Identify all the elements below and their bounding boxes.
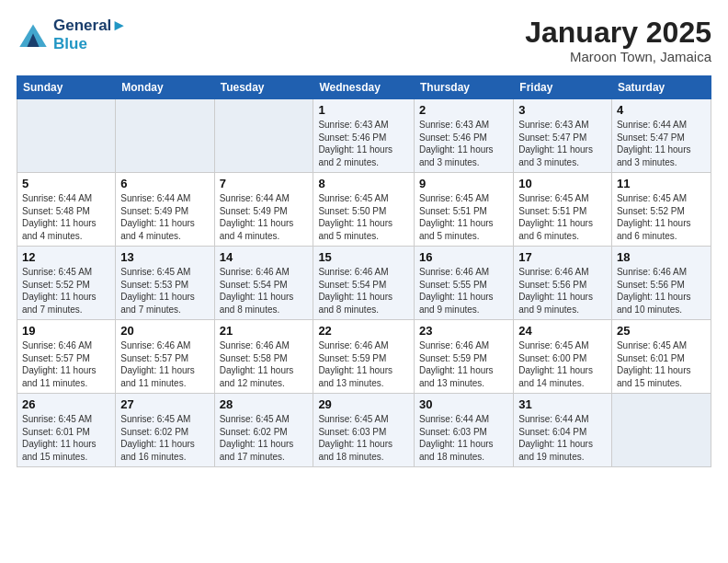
calendar-week-row: 19Sunrise: 6:46 AM Sunset: 5:57 PM Dayli… xyxy=(17,320,711,394)
calendar-cell xyxy=(611,394,711,467)
calendar-cell: 22Sunrise: 6:46 AM Sunset: 5:59 PM Dayli… xyxy=(313,320,415,394)
day-info: Sunrise: 6:45 AM Sunset: 6:03 PM Dayligh… xyxy=(318,413,409,463)
day-number: 6 xyxy=(120,177,209,190)
calendar-cell: 3Sunrise: 6:43 AM Sunset: 5:47 PM Daylig… xyxy=(514,99,612,173)
day-number: 26 xyxy=(22,397,110,411)
calendar-cell xyxy=(116,99,214,173)
weekday-header-tuesday: Tuesday xyxy=(214,76,313,99)
day-number: 17 xyxy=(518,250,607,264)
title-area: January 2025 Maroon Town, Jamaica xyxy=(525,17,711,64)
day-info: Sunrise: 6:46 AM Sunset: 5:59 PM Dayligh… xyxy=(419,339,508,389)
calendar-cell: 26Sunrise: 6:45 AM Sunset: 6:01 PM Dayli… xyxy=(17,394,116,467)
calendar-cell xyxy=(214,99,313,173)
calendar-week-row: 5Sunrise: 6:44 AM Sunset: 5:48 PM Daylig… xyxy=(17,173,711,247)
day-info: Sunrise: 6:45 AM Sunset: 5:52 PM Dayligh… xyxy=(617,192,706,242)
day-info: Sunrise: 6:44 AM Sunset: 5:47 PM Dayligh… xyxy=(617,119,706,168)
calendar-cell: 30Sunrise: 6:44 AM Sunset: 6:03 PM Dayli… xyxy=(414,394,513,467)
day-info: Sunrise: 6:46 AM Sunset: 5:57 PM Dayligh… xyxy=(22,339,110,389)
calendar-cell: 2Sunrise: 6:43 AM Sunset: 5:46 PM Daylig… xyxy=(414,99,513,173)
day-info: Sunrise: 6:46 AM Sunset: 5:56 PM Dayligh… xyxy=(617,266,706,316)
day-number: 28 xyxy=(220,397,309,411)
day-info: Sunrise: 6:44 AM Sunset: 6:04 PM Dayligh… xyxy=(518,413,607,463)
day-info: Sunrise: 6:44 AM Sunset: 5:49 PM Dayligh… xyxy=(120,192,209,242)
weekday-header-saturday: Saturday xyxy=(611,76,711,99)
calendar-cell: 15Sunrise: 6:46 AM Sunset: 5:54 PM Dayli… xyxy=(313,247,415,320)
day-number: 12 xyxy=(22,250,110,264)
calendar-week-row: 12Sunrise: 6:45 AM Sunset: 5:52 PM Dayli… xyxy=(17,247,711,320)
calendar-cell: 14Sunrise: 6:46 AM Sunset: 5:54 PM Dayli… xyxy=(214,247,313,320)
page: General► Blue January 2025 Maroon Town, … xyxy=(0,0,728,563)
calendar-table: SundayMondayTuesdayWednesdayThursdayFrid… xyxy=(17,75,711,467)
calendar-cell: 24Sunrise: 6:45 AM Sunset: 6:00 PM Dayli… xyxy=(514,320,612,394)
day-number: 8 xyxy=(318,177,409,190)
calendar-cell: 12Sunrise: 6:45 AM Sunset: 5:52 PM Dayli… xyxy=(17,247,116,320)
calendar-cell: 17Sunrise: 6:46 AM Sunset: 5:56 PM Dayli… xyxy=(514,247,612,320)
logo-text: General► Blue xyxy=(53,17,127,52)
weekday-header-monday: Monday xyxy=(116,76,214,99)
day-info: Sunrise: 6:45 AM Sunset: 6:02 PM Dayligh… xyxy=(220,413,309,463)
calendar-cell: 19Sunrise: 6:46 AM Sunset: 5:57 PM Dayli… xyxy=(17,320,116,394)
calendar-cell: 4Sunrise: 6:44 AM Sunset: 5:47 PM Daylig… xyxy=(611,99,711,173)
calendar-cell: 18Sunrise: 6:46 AM Sunset: 5:56 PM Dayli… xyxy=(611,247,711,320)
day-number: 23 xyxy=(419,324,508,338)
calendar-cell: 13Sunrise: 6:45 AM Sunset: 5:53 PM Dayli… xyxy=(116,247,214,320)
calendar-cell: 16Sunrise: 6:46 AM Sunset: 5:55 PM Dayli… xyxy=(414,247,513,320)
day-info: Sunrise: 6:43 AM Sunset: 5:47 PM Dayligh… xyxy=(518,119,607,168)
location: Maroon Town, Jamaica xyxy=(525,49,711,64)
day-info: Sunrise: 6:45 AM Sunset: 5:52 PM Dayligh… xyxy=(22,266,110,316)
day-info: Sunrise: 6:44 AM Sunset: 5:48 PM Dayligh… xyxy=(22,192,110,242)
day-info: Sunrise: 6:45 AM Sunset: 6:01 PM Dayligh… xyxy=(22,413,110,463)
day-info: Sunrise: 6:46 AM Sunset: 5:54 PM Dayligh… xyxy=(220,266,309,316)
day-number: 13 xyxy=(120,250,209,264)
day-number: 21 xyxy=(220,324,309,338)
day-info: Sunrise: 6:45 AM Sunset: 5:51 PM Dayligh… xyxy=(518,192,607,242)
day-number: 11 xyxy=(617,177,706,190)
calendar-cell: 20Sunrise: 6:46 AM Sunset: 5:57 PM Dayli… xyxy=(116,320,214,394)
day-info: Sunrise: 6:45 AM Sunset: 6:01 PM Dayligh… xyxy=(617,339,706,389)
day-info: Sunrise: 6:45 AM Sunset: 5:53 PM Dayligh… xyxy=(120,266,209,316)
day-number: 18 xyxy=(617,250,706,264)
day-number: 29 xyxy=(318,397,409,411)
weekday-header-wednesday: Wednesday xyxy=(313,76,415,99)
calendar-header-row: SundayMondayTuesdayWednesdayThursdayFrid… xyxy=(17,76,711,99)
logo-icon xyxy=(17,18,50,52)
day-info: Sunrise: 6:46 AM Sunset: 5:55 PM Dayligh… xyxy=(419,266,508,316)
calendar-cell: 7Sunrise: 6:44 AM Sunset: 5:49 PM Daylig… xyxy=(214,173,313,247)
day-info: Sunrise: 6:46 AM Sunset: 5:58 PM Dayligh… xyxy=(220,339,309,389)
day-info: Sunrise: 6:46 AM Sunset: 5:59 PM Dayligh… xyxy=(318,339,409,389)
day-number: 5 xyxy=(22,177,110,190)
calendar-cell: 8Sunrise: 6:45 AM Sunset: 5:50 PM Daylig… xyxy=(313,173,415,247)
weekday-header-friday: Friday xyxy=(514,76,612,99)
day-number: 3 xyxy=(518,103,607,117)
calendar-cell: 10Sunrise: 6:45 AM Sunset: 5:51 PM Dayli… xyxy=(514,173,612,247)
day-number: 14 xyxy=(220,250,309,264)
day-number: 7 xyxy=(220,177,309,190)
calendar-cell: 25Sunrise: 6:45 AM Sunset: 6:01 PM Dayli… xyxy=(611,320,711,394)
calendar-week-row: 1Sunrise: 6:43 AM Sunset: 5:46 PM Daylig… xyxy=(17,99,711,173)
weekday-header-thursday: Thursday xyxy=(414,76,513,99)
day-info: Sunrise: 6:45 AM Sunset: 5:51 PM Dayligh… xyxy=(419,192,508,242)
logo: General► Blue xyxy=(17,17,127,52)
day-info: Sunrise: 6:45 AM Sunset: 6:02 PM Dayligh… xyxy=(120,413,209,463)
day-number: 22 xyxy=(318,324,409,338)
month-title: January 2025 xyxy=(525,17,711,49)
day-number: 19 xyxy=(22,324,110,338)
day-number: 20 xyxy=(120,324,209,338)
calendar-cell: 5Sunrise: 6:44 AM Sunset: 5:48 PM Daylig… xyxy=(17,173,116,247)
day-number: 30 xyxy=(419,397,508,411)
day-number: 27 xyxy=(120,397,209,411)
day-number: 25 xyxy=(617,324,706,338)
day-info: Sunrise: 6:43 AM Sunset: 5:46 PM Dayligh… xyxy=(419,119,508,168)
day-number: 31 xyxy=(518,397,607,411)
day-number: 9 xyxy=(419,177,508,190)
day-number: 16 xyxy=(419,250,508,264)
calendar-week-row: 26Sunrise: 6:45 AM Sunset: 6:01 PM Dayli… xyxy=(17,394,711,467)
calendar-cell: 21Sunrise: 6:46 AM Sunset: 5:58 PM Dayli… xyxy=(214,320,313,394)
calendar-cell xyxy=(17,99,116,173)
day-info: Sunrise: 6:45 AM Sunset: 6:00 PM Dayligh… xyxy=(518,339,607,389)
calendar-cell: 6Sunrise: 6:44 AM Sunset: 5:49 PM Daylig… xyxy=(116,173,214,247)
calendar-cell: 23Sunrise: 6:46 AM Sunset: 5:59 PM Dayli… xyxy=(414,320,513,394)
day-info: Sunrise: 6:45 AM Sunset: 5:50 PM Dayligh… xyxy=(318,192,409,242)
calendar-cell: 31Sunrise: 6:44 AM Sunset: 6:04 PM Dayli… xyxy=(514,394,612,467)
day-number: 10 xyxy=(518,177,607,190)
